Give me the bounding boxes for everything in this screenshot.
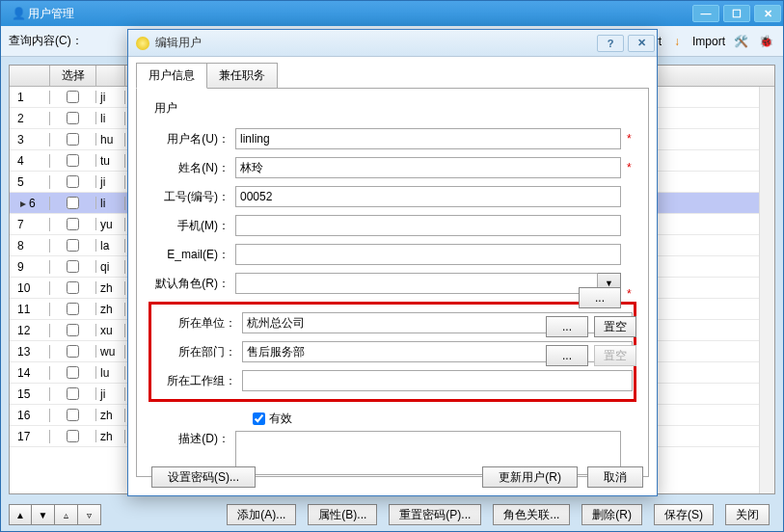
row-checkbox[interactable] bbox=[67, 112, 79, 124]
row-name: li bbox=[96, 112, 125, 125]
email-input[interactable] bbox=[235, 244, 621, 265]
main-title: 用户管理 bbox=[28, 6, 690, 22]
row-index: 9 bbox=[10, 260, 50, 274]
realname-input[interactable] bbox=[235, 157, 621, 178]
desc-label: 描述(D)： bbox=[149, 431, 235, 447]
setpwd-button[interactable]: 设置密码(S)... bbox=[151, 466, 256, 488]
row-name: qi bbox=[96, 260, 125, 274]
add-button[interactable]: 添加(A)... bbox=[227, 504, 296, 525]
tab-userinfo[interactable]: 用户信息 bbox=[136, 63, 207, 89]
row-checkbox[interactable] bbox=[67, 218, 79, 230]
row-checkbox[interactable] bbox=[67, 430, 79, 442]
row-checkbox[interactable] bbox=[67, 409, 79, 421]
minimize-button[interactable]: — bbox=[692, 5, 719, 22]
row-index: 5 bbox=[10, 175, 50, 189]
col-index bbox=[10, 66, 50, 86]
bottom-bar: 添加(A)... 属性(B)... 重置密码(P)... 角色关联... 删除(… bbox=[1, 498, 783, 531]
required-mark: * bbox=[627, 161, 636, 174]
row-name: ji bbox=[96, 91, 125, 104]
bug-icon[interactable]: 🐞 bbox=[756, 32, 775, 51]
row-index: 4 bbox=[10, 154, 50, 168]
department-clear-button[interactable]: 置空 bbox=[594, 316, 636, 337]
row-name: tu bbox=[96, 154, 125, 168]
close-button[interactable]: ✕ bbox=[754, 5, 781, 22]
row-name: ji bbox=[96, 387, 125, 401]
workgroup-input[interactable] bbox=[242, 370, 633, 391]
defaultrole-label: 默认角色(R)： bbox=[149, 276, 235, 292]
row-checkbox[interactable] bbox=[67, 175, 79, 188]
row-index: 8 bbox=[10, 239, 50, 253]
fieldset-label: 用户 bbox=[154, 100, 636, 117]
row-name: lu bbox=[96, 366, 125, 380]
props-button[interactable]: 属性(B)... bbox=[308, 504, 377, 525]
row-checkbox[interactable] bbox=[67, 366, 79, 379]
row-checkbox[interactable] bbox=[67, 133, 79, 146]
username-input[interactable] bbox=[235, 128, 621, 149]
main-titlebar: 👤 用户管理 — ☐ ✕ bbox=[1, 1, 783, 26]
department-browse-button[interactable]: ... bbox=[546, 316, 588, 337]
import-label: Import bbox=[692, 35, 725, 48]
search-label: 查询内容(C)： bbox=[9, 33, 83, 49]
workgroup-browse-button[interactable]: ... bbox=[546, 345, 588, 366]
edit-user-dialog: 编辑用户 ? ✕ 用户信息 兼任职务 用户 用户名(U)： * 姓名(N)： *… bbox=[127, 29, 658, 496]
maximize-button[interactable]: ☐ bbox=[723, 5, 750, 22]
company-browse-button[interactable]: ... bbox=[579, 287, 621, 308]
update-user-button[interactable]: 更新用户(R) bbox=[482, 466, 578, 488]
row-index: 14 bbox=[10, 366, 50, 380]
col-name bbox=[96, 66, 125, 86]
valid-label: 有效 bbox=[269, 411, 292, 427]
row-checkbox[interactable] bbox=[67, 154, 79, 167]
row-name: zh bbox=[96, 303, 125, 316]
workgroup-label: 所在工作组： bbox=[155, 373, 242, 389]
empno-input[interactable] bbox=[235, 186, 621, 207]
row-index: 7 bbox=[10, 218, 50, 231]
tab-panel: 用户 用户名(U)： * 姓名(N)： * 工号(编号)： 手机(M)： E_m… bbox=[136, 88, 649, 477]
close-main-button[interactable]: 关闭 bbox=[725, 504, 770, 525]
grid-scrollbar[interactable] bbox=[759, 87, 774, 493]
row-name: zh bbox=[96, 430, 125, 443]
del-button[interactable]: 删除(R) bbox=[581, 504, 642, 525]
row-checkbox[interactable] bbox=[67, 324, 79, 336]
phone-input[interactable] bbox=[235, 215, 621, 236]
row-checkbox[interactable] bbox=[67, 387, 79, 400]
workgroup-clear-button: 置空 bbox=[594, 345, 636, 366]
row-checkbox[interactable] bbox=[67, 260, 79, 273]
row-index: 16 bbox=[10, 409, 50, 422]
row-checkbox[interactable] bbox=[67, 239, 79, 252]
realname-label: 姓名(N)： bbox=[149, 160, 235, 176]
phone-label: 手机(M)： bbox=[149, 218, 235, 234]
empno-label: 工号(编号)： bbox=[149, 189, 235, 205]
tabs: 用户信息 兼任职务 bbox=[136, 63, 657, 89]
row-index: 2 bbox=[10, 112, 50, 125]
department-label: 所在部门： bbox=[155, 344, 242, 360]
row-checkbox[interactable] bbox=[67, 345, 79, 358]
row-index: 15 bbox=[10, 387, 50, 401]
dialog-titlebar: 编辑用户 ? ✕ bbox=[128, 30, 657, 57]
row-name: hu bbox=[96, 133, 125, 146]
row-index: ▸6 bbox=[10, 197, 50, 210]
row-name: li bbox=[96, 197, 125, 210]
cancel-button[interactable]: 取消 bbox=[587, 466, 643, 488]
save-button[interactable]: 保存(S) bbox=[654, 504, 714, 525]
roles-button[interactable]: 角色关联... bbox=[493, 504, 570, 525]
dialog-help-button[interactable]: ? bbox=[597, 35, 624, 52]
row-index: 3 bbox=[10, 133, 50, 146]
valid-checkbox[interactable] bbox=[253, 412, 265, 425]
dialog-icon bbox=[136, 37, 149, 50]
dialog-close-button[interactable]: ✕ bbox=[628, 35, 655, 52]
row-checkbox[interactable] bbox=[67, 281, 79, 294]
row-name: ji bbox=[96, 175, 125, 189]
row-name: la bbox=[96, 239, 125, 253]
tools-icon[interactable]: 🛠️ bbox=[731, 32, 750, 51]
row-index: 1 bbox=[10, 91, 50, 104]
row-checkbox[interactable] bbox=[67, 303, 79, 315]
required-mark: * bbox=[627, 287, 636, 308]
tab-additional[interactable]: 兼任职务 bbox=[206, 63, 278, 89]
row-checkbox[interactable] bbox=[67, 197, 79, 209]
row-checkbox[interactable] bbox=[67, 91, 79, 103]
import-icon[interactable]: ↓ bbox=[667, 32, 687, 51]
resetpwd-button[interactable]: 重置密码(P)... bbox=[389, 504, 481, 525]
row-name: yu bbox=[96, 218, 125, 231]
app-icon: 👤 bbox=[9, 4, 28, 23]
col-select[interactable]: 选择 bbox=[50, 66, 96, 86]
